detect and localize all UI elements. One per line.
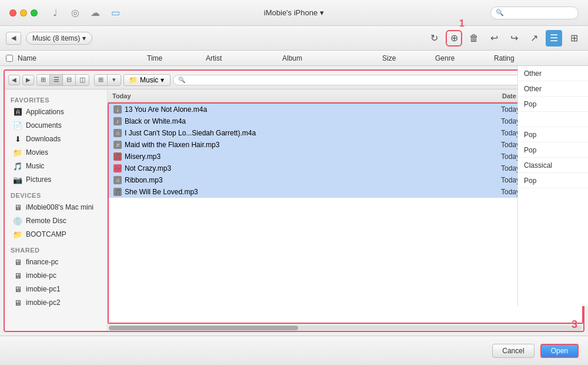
select-all-checkbox[interactable]	[6, 55, 18, 62]
fb-forward-button[interactable]: ▶	[22, 75, 34, 85]
minimize-button[interactable]	[20, 9, 27, 16]
breadcrumb[interactable]: Music (8 items) ▾	[26, 32, 92, 45]
itunes-icon[interactable]: ♩	[49, 7, 61, 19]
fb-arrange-button[interactable]: ⊞	[95, 75, 108, 85]
sidebar-item-label: Applications	[26, 108, 64, 116]
file-item[interactable]: 🎵 She Will Be Loved.mp3 Today, 12:18 PM	[109, 186, 582, 198]
col-header-genre[interactable]: Genre	[435, 54, 494, 62]
col-header-rating[interactable]: Rating	[494, 54, 553, 62]
file-list-header: Today Date Modified	[108, 89, 583, 102]
import-button[interactable]: ↪	[506, 30, 522, 47]
breadcrumb-text: Music (8 items)	[32, 34, 80, 42]
export-button[interactable]: ↩	[486, 30, 502, 47]
fb-back-button[interactable]: ◀	[8, 75, 20, 85]
sidebar-item-finance-pc[interactable]: 🖥 finance-pc	[7, 256, 105, 268]
movies-icon: 📁	[13, 148, 22, 157]
sidebar-item-label: Movies	[26, 148, 48, 157]
title-search[interactable]: 🔍	[490, 6, 579, 19]
file-col-name[interactable]: Today	[112, 92, 502, 99]
sidebar-item-pictures[interactable]: 📷 Pictures	[7, 173, 105, 186]
sidebar-item-mac-mini[interactable]: 🖥 iMobie008's Mac mini	[7, 201, 105, 214]
documents-icon: 📄	[13, 121, 22, 130]
file-item[interactable]: ♪ Black or White.m4a Today, 12:18 PM	[109, 115, 582, 127]
sidebar-item-documents[interactable]: 📄 Documents	[7, 119, 105, 132]
fb-arrange-buttons: ⊞ ▾	[94, 74, 121, 86]
file-item[interactable]: ♬ Maid with the Flaxen Hair.mp3 Today, 1…	[109, 139, 582, 151]
file-browser: ◀ ▶ ⊞ ☰ ⊟ ◫ ⊞ ▾ 📁 Music ▾	[4, 69, 584, 332]
title-bar: ♩ ◎ ☁ ▭ iMobie's iPhone ▾ 🔍	[0, 0, 588, 26]
sidebar-item-applications[interactable]: 🅰 Applications	[7, 105, 105, 118]
file-name: Black or White.m4a	[125, 117, 501, 125]
sidebar-item-imobie-pc2[interactable]: 🖥 imobie-pc2	[7, 296, 105, 309]
file-name: I Just Can't Stop Lo...Siedah Garrett).m…	[125, 129, 501, 137]
maximize-button[interactable]	[31, 9, 38, 16]
downloads-icon: ⬇	[13, 134, 22, 144]
col-header-album[interactable]: Album	[282, 54, 382, 62]
scrollbar-track[interactable]	[109, 326, 582, 330]
imobie-pc2-icon: 🖥	[13, 298, 22, 307]
sidebar-item-imobie-pc1[interactable]: 🖥 imobie-pc1	[7, 283, 105, 296]
window-title: iMobie's iPhone ▾	[264, 8, 324, 17]
cloud-icon[interactable]: ☁	[89, 7, 101, 19]
open-button[interactable]: Open	[540, 344, 579, 358]
applications-icon: 🅰	[13, 107, 22, 117]
fb-list-view-button[interactable]: ☰	[50, 75, 63, 85]
file-name: Not Crazy.mp3	[125, 164, 501, 172]
favorites-section-title: FAVORITES	[5, 94, 107, 105]
fb-body: FAVORITES 🅰 Applications 📄 Documents ⬇ D…	[5, 89, 583, 331]
fb-arrange-chevron[interactable]: ▾	[108, 75, 121, 85]
col-header-artist[interactable]: Artist	[206, 54, 282, 62]
sidebar-item-music[interactable]: 🎵 Music	[7, 160, 105, 172]
grid-view-button[interactable]: ⊞	[566, 30, 582, 47]
file-name: Maid with the Flaxen Hair.mp3	[125, 141, 501, 149]
file-item[interactable]: ♫ I Just Can't Stop Lo...Siedah Garrett)…	[109, 127, 582, 139]
file-type-icon: ♫	[113, 129, 122, 137]
file-item[interactable]: 🎶 Not Crazy.mp3 Today, 12:18 PM	[109, 162, 582, 174]
mac-mini-icon: 🖥	[13, 203, 22, 212]
sidebar-item-label: imobie-pc	[26, 271, 56, 280]
fb-column-view-button[interactable]: ⊟	[63, 75, 76, 85]
search-input[interactable]	[506, 9, 573, 17]
fb-folder-dropdown[interactable]: 📁 Music ▾	[123, 74, 171, 86]
cancel-button[interactable]: Cancel	[492, 344, 534, 358]
genre-cell: Classical	[518, 158, 588, 173]
sidebar-item-downloads[interactable]: ⬇ Downloads	[7, 132, 105, 145]
sidebar-item-movies[interactable]: 📁 Movies	[7, 146, 105, 159]
col-header-size[interactable]: Size	[382, 54, 435, 62]
current-folder-label: Music	[140, 76, 158, 84]
delete-button[interactable]: 🗑	[466, 30, 482, 47]
sidebar-item-remote-disc[interactable]: 💿 Remote Disc	[7, 214, 105, 227]
breadcrumb-chevron-icon: ▾	[82, 34, 86, 42]
scrollbar-thumb[interactable]	[109, 326, 298, 330]
shared-section-title: SHARED	[5, 244, 107, 255]
iphone-icon[interactable]: ▭	[109, 7, 121, 19]
back-button[interactable]: ◀	[6, 32, 21, 45]
genre-cell: Other	[518, 66, 588, 81]
close-button[interactable]	[9, 9, 16, 16]
file-item[interactable]: 🎵 Misery.mp3 Today, 12:18 PM	[109, 151, 582, 162]
list-view-button[interactable]: ☰	[546, 30, 562, 47]
file-item[interactable]: ♫ Ribbon.mp3 Today, 12:18 PM	[109, 174, 582, 186]
action-button[interactable]: ↗	[526, 30, 542, 47]
sidebar-item-label: BOOTCAMP	[26, 230, 66, 238]
refresh-button[interactable]: ↻	[426, 30, 442, 47]
file-item[interactable]: ♩ 13 You Are Not Alone.m4a Today, 12:18 …	[109, 104, 582, 115]
scrollbar[interactable]: 3	[108, 324, 583, 331]
sidebar-item-label: iMobie008's Mac mini	[26, 203, 93, 211]
file-type-icon: ♪	[113, 117, 122, 125]
col-header-time[interactable]: Time	[147, 54, 206, 62]
bottom-bar: Cancel Open	[0, 336, 588, 365]
search-icon: 🔍	[496, 9, 504, 16]
genre-column: OtherOtherPopPopPopClassicalPop	[517, 66, 588, 306]
fb-view-buttons: ⊞ ☰ ⊟ ◫	[36, 74, 89, 86]
genre-cell: Pop	[518, 142, 588, 158]
add-button[interactable]: ⊕ 1	[446, 30, 462, 47]
toolbar-right: ↻ ⊕ 1 🗑 ↩ ↪ ↗ ☰ ⊞	[426, 30, 582, 47]
music-note-icon[interactable]: ◎	[69, 7, 81, 19]
fb-cover-view-button[interactable]: ◫	[76, 75, 89, 85]
genre-cell: Pop	[518, 173, 588, 188]
sidebar-item-bootcamp[interactable]: 📁 BOOTCAMP	[7, 228, 105, 241]
col-header-name[interactable]: Name	[18, 54, 147, 62]
sidebar-item-imobie-pc[interactable]: 🖥 imobie-pc	[7, 269, 105, 282]
fb-icon-view-button[interactable]: ⊞	[37, 75, 50, 85]
